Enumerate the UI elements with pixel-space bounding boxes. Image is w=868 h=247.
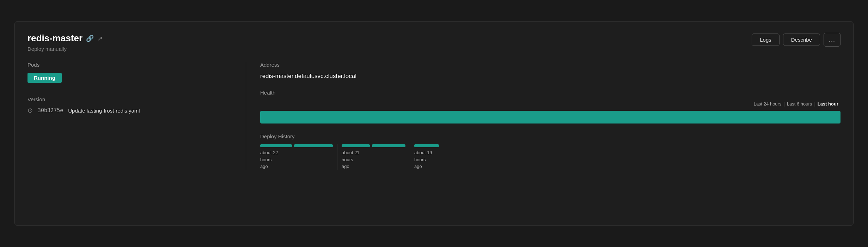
deploy-items: about 22 hours ago about 21 hours ago [260, 144, 841, 170]
filter-1h[interactable]: Last hour [815, 101, 841, 107]
commit-hash: 30b3275e [38, 107, 63, 114]
deploy-history-section: Deploy History about 22 hours ago [260, 133, 841, 170]
card-body: Pods Running Version ⊙ 30b3275e Update l… [27, 62, 841, 170]
deploy-item-2a: about 21 hours ago [342, 144, 370, 170]
address-value: redis-master.default.svc.cluster.local [260, 73, 841, 80]
version-row: ⊙ 30b3275e Update lasting-frost-redis.ya… [27, 107, 232, 114]
title-section: redis-master 🔗 ↗ Deploy manually [27, 33, 103, 52]
health-time-filters: Last 24 hours | Last 6 hours | Last hour [260, 101, 841, 107]
address-section: Address redis-master.default.svc.cluster… [260, 62, 841, 80]
main-card: redis-master 🔗 ↗ Deploy manually Logs De… [14, 21, 854, 226]
deploy-bar [414, 144, 439, 147]
commit-icon: ⊙ [27, 107, 33, 114]
left-panel: Pods Running Version ⊙ 30b3275e Update l… [27, 62, 246, 170]
external-link-icon[interactable]: ↗ [97, 35, 103, 42]
deploy-item-1a: about 22 hours ago [260, 144, 292, 170]
deploy-group-2: about 21 hours ago [342, 144, 410, 170]
deploy-item-1b [294, 144, 333, 147]
deploy-time-2a: about 21 hours ago [342, 149, 360, 170]
describe-button[interactable]: Describe [783, 34, 820, 46]
deploy-item-3a: about 19 hours ago [414, 144, 439, 170]
deploy-bar [294, 144, 333, 147]
deploy-bar [372, 144, 405, 147]
logs-button[interactable]: Logs [752, 34, 780, 46]
status-badge: Running [27, 73, 62, 83]
deploy-group-3: about 19 hours ago [414, 144, 439, 170]
card-header: redis-master 🔗 ↗ Deploy manually Logs De… [27, 33, 841, 52]
version-label: Version [27, 96, 232, 102]
deploy-time-1a: about 22 hours ago [260, 149, 278, 170]
health-section: Health Last 24 hours | Last 6 hours | La… [260, 90, 841, 124]
filter-24h[interactable]: Last 24 hours [752, 101, 784, 107]
card-subtitle: Deploy manually [27, 46, 103, 52]
filter-6h[interactable]: Last 6 hours [785, 101, 814, 107]
more-button[interactable]: ... [824, 33, 841, 47]
deploy-group-1: about 22 hours ago [260, 144, 337, 170]
deploy-bar [260, 144, 292, 147]
link-icon[interactable]: 🔗 [86, 35, 94, 42]
page-title: redis-master [27, 33, 82, 44]
header-buttons: Logs Describe ... [752, 33, 841, 47]
health-bar-fill [260, 111, 841, 124]
commit-message: Update lasting-frost-redis.yaml [68, 108, 140, 114]
health-label: Health [260, 90, 841, 96]
right-panel: Address redis-master.default.svc.cluster… [246, 62, 841, 170]
deploy-bar [342, 144, 370, 147]
version-section: Version ⊙ 30b3275e Update lasting-frost-… [27, 96, 232, 114]
deploy-item-2b [372, 144, 405, 147]
pods-label: Pods [27, 62, 232, 68]
deploy-history-label: Deploy History [260, 133, 841, 139]
title-row: redis-master 🔗 ↗ [27, 33, 103, 44]
deploy-time-3a: about 19 hours ago [414, 149, 432, 170]
health-bar-container [260, 111, 841, 124]
address-label: Address [260, 62, 841, 68]
